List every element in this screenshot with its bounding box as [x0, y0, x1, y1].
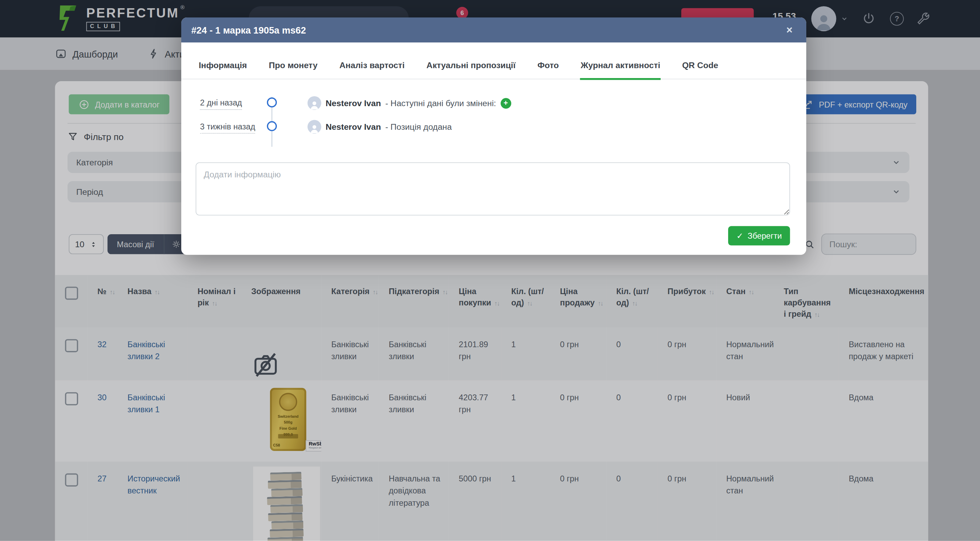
- activity-text: - Наступні дані були змінені:: [385, 98, 496, 108]
- tab-photo[interactable]: Фото: [537, 60, 560, 80]
- comment-textarea[interactable]: [196, 162, 790, 215]
- tab-activity-log[interactable]: Журнал активності: [580, 60, 661, 80]
- modal-header: #24 - 1 марка 1905a ms62 ×: [181, 17, 806, 43]
- activity-text: - Позиція додана: [385, 122, 452, 132]
- save-button[interactable]: ✓ Зберегти: [728, 226, 790, 246]
- screenshot-root: PERFECTUM ® CLUB 6 15.53 ?: [0, 0, 980, 541]
- user-avatar: [307, 120, 321, 133]
- expand-plus-icon[interactable]: +: [500, 98, 511, 108]
- tab-qr-code[interactable]: QR Code: [681, 60, 719, 80]
- activity-time[interactable]: 3 тижнів назад: [200, 122, 255, 134]
- tab-value-analysis[interactable]: Аналіз вартості: [339, 60, 406, 80]
- activity-user: Nesterov Ivan: [326, 98, 381, 108]
- modal-tabs: Інформація Про монету Аналіз вартості Ак…: [181, 43, 806, 79]
- close-icon[interactable]: ×: [783, 24, 796, 36]
- tab-about-coin[interactable]: Про монету: [268, 60, 318, 80]
- activity-entry: 3 тижнів назад Nesterov Ivan - Позиція д…: [181, 121, 806, 136]
- check-icon: ✓: [737, 231, 743, 240]
- tab-current-offers[interactable]: Актуальні пропозиції: [426, 60, 516, 80]
- activity-user: Nesterov Ivan: [326, 122, 381, 132]
- modal-title: #24 - 1 марка 1905a ms62: [191, 25, 306, 35]
- user-avatar: [307, 96, 321, 110]
- item-detail-modal: #24 - 1 марка 1905a ms62 × Інформація Пр…: [181, 17, 806, 255]
- activity-time[interactable]: 2 дні назад: [200, 98, 242, 110]
- app: PERFECTUM ® CLUB 6 15.53 ?: [0, 0, 980, 541]
- activity-entry: 2 дні назад Nesterov Ivan - Наступні дан…: [181, 98, 806, 113]
- tab-information[interactable]: Інформація: [198, 60, 247, 80]
